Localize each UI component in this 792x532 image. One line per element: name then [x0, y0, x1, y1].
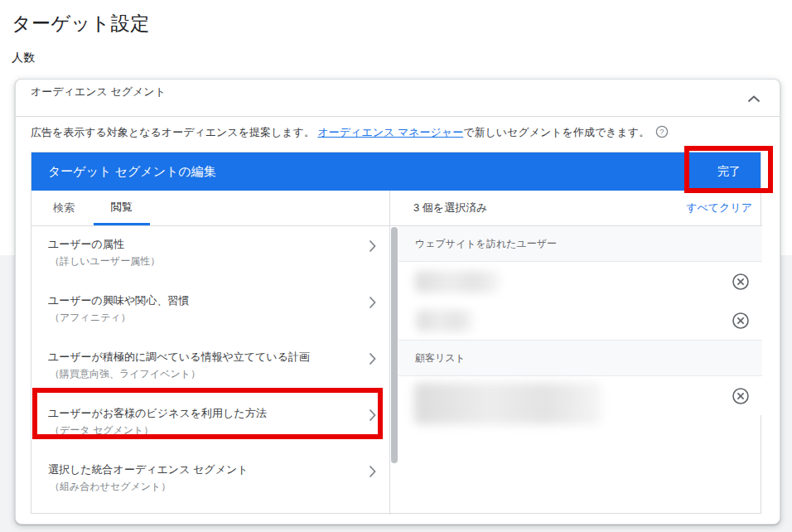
tabs-row: 検索 閲覧 — [31, 191, 389, 226]
group-header-customer-list: 顧客リスト — [398, 341, 762, 376]
done-button[interactable]: 完了 — [707, 152, 751, 191]
header-divider — [16, 116, 780, 117]
category-row-interests-habits[interactable]: ユーザーの興味や関心、習慣 （アフィニティ） — [31, 291, 389, 341]
chevron-up-icon — [747, 91, 761, 106]
remove-segment-button[interactable] — [732, 387, 750, 405]
category-label: ユーザーの興味や関心、習慣 — [48, 291, 389, 309]
chevron-right-icon — [369, 352, 376, 369]
category-row-combined-segments[interactable]: 選択した統合オーディエンス セグメント （組み合わせセグメント） — [31, 460, 389, 510]
description-row: 広告を表示する対象となるオーディエンスを提案します。 オーディエンス マネージャ… — [31, 124, 743, 143]
category-sublabel: （組み合わせセグメント） — [48, 478, 389, 495]
audience-segment-card: オーディエンス セグメント 広告を表示する対象となるオーディエンスを提案します。… — [15, 79, 780, 525]
category-row-user-attributes[interactable]: ユーザーの属性 （詳しいユーザー属性） — [31, 235, 389, 284]
editor-title-bar: ターゲット セグメントの編集 完了 — [31, 152, 761, 191]
redacted-segment-name — [417, 310, 473, 331]
category-row-data-segments[interactable]: ユーザーがお客様のビジネスを利用した方法 （データ セグメント） — [31, 404, 389, 453]
category-sublabel: （アフィニティ） — [48, 309, 389, 326]
section-label-audience-size: 人数 — [12, 51, 35, 65]
selected-segment-item — [398, 262, 762, 301]
selected-segment-item — [398, 301, 762, 340]
category-label: 選択した統合オーディエンス セグメント — [48, 460, 389, 478]
category-sublabel: （データ セグメント） — [48, 422, 389, 438]
description-text-after: で新しいセグメントを作成できます。 — [463, 126, 650, 138]
selected-segments-panel: 3 個を選択済み すべてクリア ウェブサイトを訪れたユーザー — [390, 191, 762, 515]
tab-browse[interactable]: 閲覧 — [94, 191, 150, 225]
chevron-right-icon — [369, 239, 376, 256]
page-title: ターゲット設定 — [12, 11, 150, 36]
redacted-segment-name — [414, 383, 601, 424]
tab-search[interactable]: 検索 — [48, 191, 80, 225]
category-label: ユーザーがお客様のビジネスを利用した方法 — [48, 404, 389, 422]
remove-segment-button[interactable] — [732, 312, 750, 330]
chevron-right-icon — [369, 409, 376, 425]
category-label: ユーザーの属性 — [48, 235, 389, 253]
audience-manager-link[interactable]: オーディエンス マネージャー — [318, 126, 464, 138]
circle-x-icon — [732, 320, 750, 332]
group-header-website-visitors: ウェブサイトを訪れたユーザー — [398, 226, 762, 262]
card-header-label: オーディエンス セグメント — [31, 85, 196, 99]
selected-segment-item — [398, 376, 762, 415]
chevron-right-icon — [369, 465, 376, 481]
circle-x-icon — [732, 395, 750, 408]
category-row-in-market-plans[interactable]: ユーザーが積極的に調べている情報や立てている計画 （購買意向強、ライフイベント） — [31, 347, 389, 397]
category-list: ユーザーの属性 （詳しいユーザー属性） ユーザーの興味や関心、習慣 （アフィニテ… — [31, 226, 389, 514]
editor-title: ターゲット セグメントの編集 — [48, 164, 216, 180]
help-icon[interactable]: ? — [655, 125, 669, 143]
category-sublabel: （詳しいユーザー属性） — [48, 253, 389, 269]
remove-segment-button[interactable] — [732, 273, 750, 291]
svg-text:?: ? — [659, 127, 664, 136]
target-settings-screen: ターゲット設定 人数 オーディエンス セグメント 広告を表示する対象となるオーデ… — [0, 0, 792, 532]
segment-editor-panel: ターゲット セグメントの編集 完了 検索 閲覧 ユーザーの属性 （詳しいユーザー… — [31, 152, 761, 514]
chevron-right-icon — [369, 296, 376, 312]
circle-x-icon — [732, 281, 750, 293]
selection-count: 3 個を選択済み — [413, 201, 487, 215]
description-text: 広告を表示する対象となるオーディエンスを提案します。 — [31, 126, 318, 138]
selection-header-row: 3 個を選択済み すべてクリア — [390, 191, 762, 226]
category-sublabel: （購買意向強、ライフイベント） — [48, 365, 389, 382]
collapse-section-button[interactable] — [741, 86, 766, 111]
redacted-segment-name — [415, 271, 500, 293]
category-label: ユーザーが積極的に調べている情報や立てている計画 — [48, 347, 389, 365]
clear-all-link[interactable]: すべてクリア — [686, 201, 752, 215]
